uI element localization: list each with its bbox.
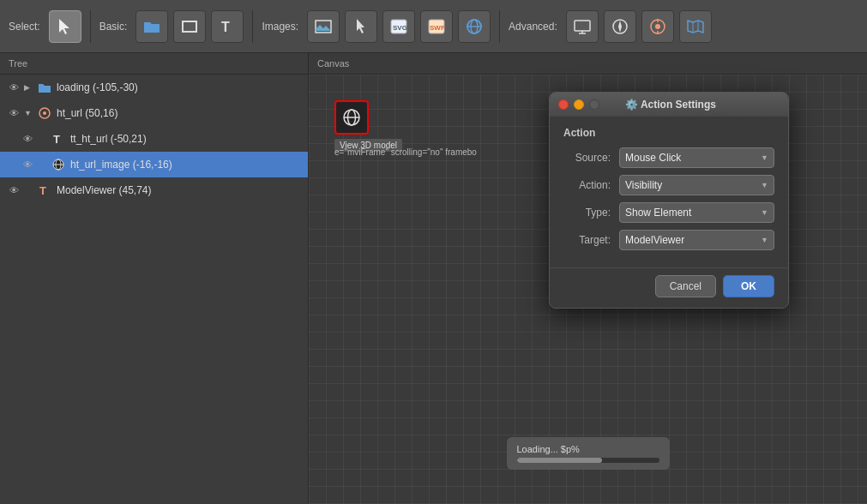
select-label: Select: [9, 21, 40, 33]
globe-canvas-button[interactable] [334, 100, 369, 135]
canvas-panel: Canvas View 3D model e="mviFrame" scroll… [309, 53, 867, 504]
target-tool[interactable] [641, 10, 674, 43]
target-row: Target: ModelViewer ▼ [563, 230, 774, 250]
cursor-tool[interactable] [345, 10, 377, 43]
svg-text:T: T [39, 184, 46, 197]
target-select[interactable]: ModelViewer ▼ [619, 230, 774, 250]
type-dropdown-arrow: ▼ [761, 208, 768, 217]
loading-bar-fill [517, 458, 603, 463]
svg-point-18 [655, 24, 660, 29]
visibility-icon-tt-ht-url[interactable]: 👁 [21, 132, 34, 146]
text2-item-icon: T [36, 182, 53, 199]
type-label: Type: [563, 207, 619, 219]
canvas-header: Canvas [309, 53, 867, 75]
map-tool[interactable] [679, 10, 712, 43]
svg-rect-1 [183, 21, 196, 32]
source-value: Mouse Click [625, 152, 681, 164]
svg-marker-16 [618, 21, 622, 33]
svg-text:T: T [53, 133, 60, 146]
canvas-globe-element[interactable]: View 3D model [334, 100, 369, 135]
type-select[interactable]: Show Element ▼ [619, 202, 774, 223]
canvas-text: e="mviFrame" scrolling="no" framebo [334, 147, 477, 157]
svg-text:SWF: SWF [430, 24, 445, 32]
tree-item-modelviewer[interactable]: 👁 ▶ T ModelViewer (45,74) [0, 177, 308, 203]
folder-tool[interactable] [135, 10, 168, 43]
target-item-icon [36, 105, 53, 122]
svg-tool[interactable]: SVG [382, 10, 415, 43]
monitor-tool[interactable] [566, 10, 599, 43]
action-dropdown-arrow: ▼ [761, 181, 768, 189]
action-settings-dialog: ⚙️ Action Settings Action Source: Mouse … [549, 92, 789, 309]
svg-marker-21 [688, 21, 703, 33]
source-row: Source: Mouse Click ▼ [563, 147, 774, 168]
action-select[interactable]: Visibility ▼ [619, 175, 774, 195]
target-value: ModelViewer [625, 234, 684, 246]
dialog-body: Action Source: Mouse Click ▼ Action: V [550, 117, 788, 267]
tree-item-label-ht-url: ht_url (50,16) [57, 107, 301, 119]
tree-item-label-loading: loading (-105,-30) [57, 81, 301, 93]
image-tool[interactable] [307, 10, 340, 43]
globe-item-icon [50, 156, 67, 173]
text-item-icon: T [50, 130, 67, 147]
text-tool[interactable]: T [211, 10, 244, 43]
tree-item-label-modelviewer: ModelViewer (45,74) [57, 184, 301, 196]
action-value: Visibility [625, 179, 662, 191]
dialog-titlebar: ⚙️ Action Settings [550, 93, 788, 117]
svg-rect-12 [575, 21, 590, 31]
tree-header: Tree [0, 53, 308, 75]
svg-marker-0 [59, 19, 69, 34]
compass-tool[interactable] [604, 10, 636, 43]
tree-item-tt-ht-url[interactable]: 👁 ▶ T tt_ht_url (-50,21) [0, 126, 308, 152]
tree-item-ht-url[interactable]: 👁 ▼ ht_url (50,16) [0, 100, 308, 126]
visibility-icon-loading[interactable]: 👁 [7, 81, 21, 94]
expand-arrow-loading[interactable]: ▶ [24, 83, 33, 92]
globe-tool[interactable] [458, 10, 491, 43]
loading-bar-container: Loading... $p% [507, 437, 670, 470]
canvas-area[interactable]: View 3D model e="mviFrame" scrolling="no… [309, 75, 867, 504]
basic-label: Basic: [99, 21, 128, 33]
cancel-button[interactable]: Cancel [655, 275, 716, 297]
tree-item-label-tt-ht-url: tt_ht_url (-50,21) [70, 133, 301, 145]
rect-tool[interactable] [173, 10, 206, 43]
select-arrow-tool[interactable] [49, 10, 81, 43]
separator-1 [90, 10, 91, 43]
advanced-label: Advanced: [509, 21, 557, 33]
source-select[interactable]: Mouse Click ▼ [619, 147, 774, 168]
svg-text:T: T [221, 20, 230, 34]
source-dropdown-arrow: ▼ [761, 153, 768, 162]
type-row: Type: Show Element ▼ [563, 202, 774, 223]
tree-item-label-ht-url-image: ht_url_image (-16,-16) [70, 159, 301, 171]
separator-2 [252, 10, 253, 43]
svg-marker-4 [357, 19, 364, 33]
loading-bar-track [517, 458, 659, 463]
visibility-icon-modelviewer[interactable]: 👁 [7, 183, 21, 197]
separator-3 [499, 10, 500, 43]
action-label: Action: [563, 179, 619, 191]
type-value: Show Element [625, 207, 691, 219]
action-row: Action: Visibility ▼ [563, 175, 774, 195]
target-label: Target: [563, 234, 619, 246]
folder-icon [36, 79, 53, 96]
ok-button[interactable]: OK [723, 275, 774, 297]
expand-arrow-ht-url[interactable]: ▼ [24, 109, 33, 117]
images-label: Images: [262, 21, 298, 33]
tree-item-ht-url-image[interactable]: 👁 ▶ ht_url_image (-16,-16) [0, 152, 308, 177]
svg-text:SVG: SVG [393, 24, 407, 32]
dialog-title: ⚙️ Action Settings [562, 99, 780, 111]
main-area: Tree 👁 ▶ loading (-105,-30) 👁 ▼ ht_url (… [0, 53, 867, 504]
swf-tool[interactable]: SWF [420, 10, 453, 43]
tree-item-loading[interactable]: 👁 ▶ loading (-105,-30) [0, 75, 308, 100]
svg-point-25 [43, 111, 46, 115]
dialog-section-title: Action [563, 127, 774, 139]
visibility-icon-ht-url[interactable]: 👁 [7, 106, 21, 120]
toolbar: Select: Basic: T Images: SVG SWF Advance… [0, 0, 867, 53]
visibility-icon-ht-url-image[interactable]: 👁 [21, 158, 34, 171]
tree-panel: Tree 👁 ▶ loading (-105,-30) 👁 ▼ ht_url (… [0, 53, 309, 504]
target-dropdown-arrow: ▼ [761, 236, 768, 244]
loading-bar-label: Loading... $p% [517, 444, 659, 454]
source-label: Source: [563, 152, 619, 164]
dialog-title-icon: ⚙️ [625, 99, 638, 111]
dialog-footer: Cancel OK [550, 267, 788, 308]
